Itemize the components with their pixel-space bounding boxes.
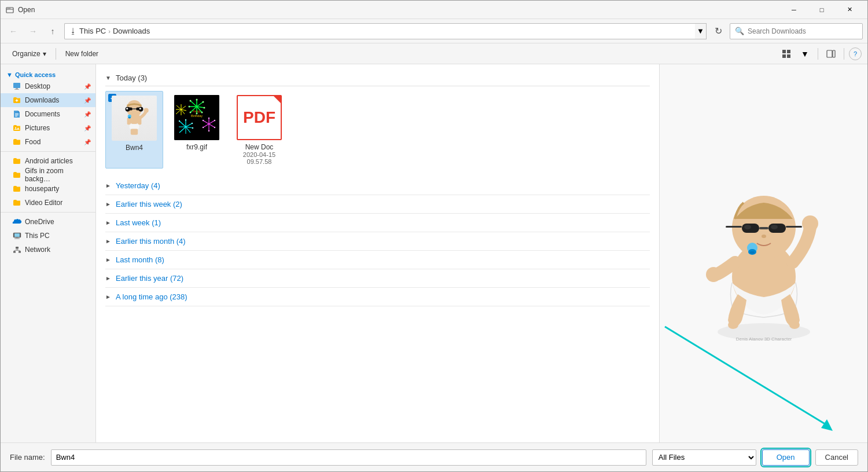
svg-point-55 xyxy=(190,112,192,114)
svg-rect-18 xyxy=(16,237,19,239)
group-long-ago[interactable]: ► A long time ago (238) xyxy=(105,288,650,306)
svg-point-54 xyxy=(196,113,198,115)
svg-point-78 xyxy=(214,127,215,128)
sidebar-item-thispc[interactable]: This PC xyxy=(1,229,95,243)
help-button[interactable]: ? xyxy=(849,47,862,60)
group-yesterday[interactable]: ► Yesterday (4) xyxy=(105,177,650,195)
sidebar-item-video[interactable]: Video Editor xyxy=(1,196,95,210)
group-earlier-week[interactable]: ► Earlier this week (2) xyxy=(105,195,650,214)
open-button[interactable]: Open xyxy=(762,449,810,466)
yesterday-label: Yesterday (4) xyxy=(116,181,160,190)
video-folder-icon xyxy=(12,198,21,207)
group-today-header[interactable]: ▼ Today (3) xyxy=(105,70,650,86)
svg-point-38 xyxy=(144,108,148,113)
filetype-select[interactable]: All Files xyxy=(652,449,756,466)
svg-rect-6 xyxy=(787,54,790,58)
svg-point-103 xyxy=(771,225,778,229)
svg-point-56 xyxy=(189,106,190,108)
today-chevron: ▼ xyxy=(105,75,112,81)
path-downloads[interactable]: Downloads xyxy=(113,27,150,35)
view-icon-button[interactable] xyxy=(778,46,795,61)
up-button[interactable]: ↑ xyxy=(45,23,61,39)
toolbar-right: ▼ ? xyxy=(778,46,862,61)
window-icon xyxy=(5,5,14,14)
svg-point-79 xyxy=(208,130,209,131)
search-input[interactable] xyxy=(748,27,858,35)
pictures-icon xyxy=(12,123,21,133)
view-dropdown-button[interactable]: ▼ xyxy=(797,46,813,61)
sidebar-item-pictures[interactable]: Pictures 📌 xyxy=(1,121,95,135)
file-item-newdoc[interactable]: PDF New Doc 2020-04-15 09.57.58 xyxy=(230,91,288,169)
file-open-dialog: Open ─ □ ✕ ← → ↑ ⭳ This PC › Downloads ▼… xyxy=(0,0,868,472)
back-button[interactable]: ← xyxy=(5,23,21,39)
refresh-button[interactable]: ↻ xyxy=(710,23,726,39)
food-folder-icon xyxy=(12,137,21,147)
group-earlier-year[interactable]: ► Earlier this year (72) xyxy=(105,269,650,288)
window-controls: ─ □ ✕ xyxy=(781,1,863,19)
svg-text:Denis Alanov 3D Character: Denis Alanov 3D Character xyxy=(735,336,792,342)
desktop-icon xyxy=(12,82,21,91)
path-thispc[interactable]: This PC xyxy=(79,27,106,35)
sidebar-item-desktop[interactable]: Desktop 📌 xyxy=(1,79,95,93)
svg-rect-31 xyxy=(133,108,136,109)
svg-rect-11 xyxy=(14,89,19,90)
svg-point-35 xyxy=(139,108,141,109)
houseparty-folder-icon xyxy=(12,184,21,193)
downloads-folder-icon xyxy=(12,96,21,105)
sidebar-item-food[interactable]: Food 📌 xyxy=(1,135,95,149)
minimize-button[interactable]: ─ xyxy=(781,1,807,19)
svg-rect-14 xyxy=(15,116,17,116)
sidebar-sep1 xyxy=(1,151,95,152)
title-bar: Open ─ □ ✕ xyxy=(1,1,867,19)
preview-pane-button[interactable] xyxy=(823,46,839,61)
svg-point-69 xyxy=(179,120,180,122)
newdoc-filename: New Doc xyxy=(245,143,274,151)
file-item-fxr9[interactable]: Happy Birthday xyxy=(168,91,226,169)
group-today: ▼ Today (3) xyxy=(105,70,650,173)
bottom-bar: File name: All Files Open Cancel xyxy=(1,442,867,471)
svg-rect-25 xyxy=(127,118,131,125)
svg-rect-17 xyxy=(14,233,20,237)
pin-icon3: 📌 xyxy=(84,111,91,118)
address-path[interactable]: ⭳ This PC › Downloads xyxy=(64,23,695,39)
network-icon xyxy=(12,245,21,254)
earlier-month-chevron: ► xyxy=(105,238,112,244)
new-folder-button[interactable]: New folder xyxy=(60,46,104,61)
sidebar-item-documents[interactable]: Documents 📌 xyxy=(1,107,95,121)
sidebar-item-network[interactable]: Network xyxy=(1,243,95,257)
sidebar-item-downloads[interactable]: Downloads 📌 xyxy=(1,93,95,107)
pin-icon4: 📌 xyxy=(84,125,91,131)
svg-point-95 xyxy=(706,267,721,282)
sidebar-item-onedrive[interactable]: OneDrive xyxy=(1,215,95,229)
svg-rect-13 xyxy=(15,115,19,115)
long-ago-chevron: ► xyxy=(105,294,112,300)
last-week-label: Last week (1) xyxy=(116,218,161,227)
sidebar-item-gifs[interactable]: Gifs in zoom backg… xyxy=(1,168,95,182)
maximize-button[interactable]: □ xyxy=(808,1,835,19)
earlier-year-chevron: ► xyxy=(105,275,112,281)
main-content: ▼ Quick access Desktop 📌 xyxy=(1,64,867,442)
file-item-bwn4[interactable]: Bwn4 xyxy=(105,91,163,169)
forward-button[interactable]: → xyxy=(25,23,41,39)
svg-rect-7 xyxy=(827,50,832,57)
pin-icon2: 📌 xyxy=(84,97,91,104)
sidebar: ▼ Quick access Desktop 📌 xyxy=(1,64,96,442)
svg-point-37 xyxy=(128,116,131,118)
close-button[interactable]: ✕ xyxy=(836,1,863,19)
sidebar-item-houseparty[interactable]: houseparty xyxy=(1,182,95,196)
organize-button[interactable]: Organize ▾ xyxy=(6,46,52,61)
pin-icon5: 📌 xyxy=(84,139,91,145)
newdoc-date2: 09.57.58 xyxy=(247,158,272,165)
group-earlier-month[interactable]: ► Earlier this month (4) xyxy=(105,232,650,251)
documents-icon xyxy=(12,109,21,119)
sidebar-item-android[interactable]: Android articles xyxy=(1,154,95,168)
onedrive-icon xyxy=(12,217,21,226)
path-dropdown[interactable]: ▼ xyxy=(695,23,707,39)
pin-icon: 📌 xyxy=(84,83,91,90)
group-last-month[interactable]: ► Last month (8) xyxy=(105,251,650,269)
svg-rect-8 xyxy=(833,50,835,57)
group-last-week[interactable]: ► Last week (1) xyxy=(105,214,650,232)
quick-access-header[interactable]: ▼ Quick access xyxy=(1,69,95,79)
cancel-button[interactable]: Cancel xyxy=(815,449,858,466)
filename-input[interactable] xyxy=(51,449,646,466)
